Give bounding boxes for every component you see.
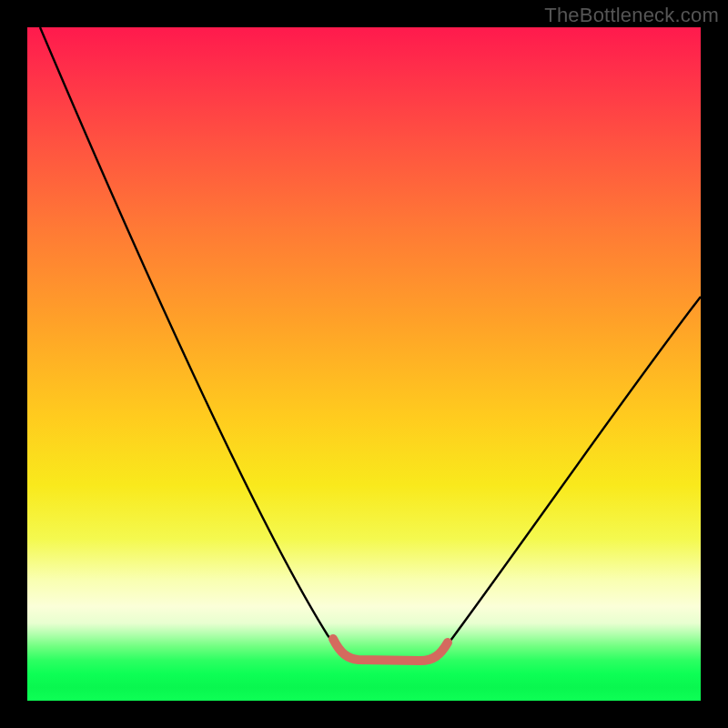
curve-layer: [27, 27, 701, 701]
plot-area: [27, 27, 701, 701]
watermark-text: TheBottleneck.com: [544, 4, 719, 27]
optimal-band-marker: [333, 639, 448, 661]
bottleneck-curve: [40, 27, 701, 659]
chart-frame: TheBottleneck.com: [0, 0, 728, 728]
